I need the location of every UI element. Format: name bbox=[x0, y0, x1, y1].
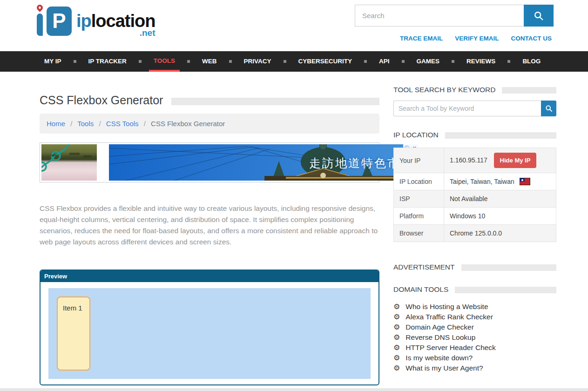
site-logo[interactable]: P iplocation .net bbox=[36, 4, 155, 37]
domain-tool-website-down[interactable]: ⚙ Is my website down? bbox=[393, 353, 556, 363]
logo-text-ip: ip bbox=[76, 11, 91, 31]
logo-letter-p: P bbox=[47, 7, 72, 36]
table-row-isp: ISP Not Available bbox=[394, 190, 556, 208]
preview-panel-body: Item 1 bbox=[41, 282, 378, 385]
title-decoration-bar bbox=[171, 98, 379, 105]
domain-tool-label: Alexa Traffic Rank Checker bbox=[406, 313, 493, 321]
location-pin-icon bbox=[35, 3, 44, 12]
logo-text-tld: .net bbox=[140, 28, 155, 38]
row-value: Not Available bbox=[444, 190, 556, 208]
nav-separator bbox=[74, 60, 76, 63]
flex-preview-item-1[interactable]: Item 1 bbox=[57, 297, 90, 371]
advertisement-heading: ADVERTISEMENT bbox=[393, 263, 556, 271]
gear-icon: ⚙ bbox=[393, 334, 400, 341]
gear-icon: ⚙ bbox=[393, 344, 400, 351]
nav-separator bbox=[229, 60, 232, 63]
header-search-input[interactable] bbox=[355, 5, 524, 27]
ad-left-image bbox=[41, 144, 97, 181]
preview-panel-header: Preview bbox=[41, 270, 378, 282]
gear-icon: ⚙ bbox=[393, 324, 400, 331]
ad-banner[interactable]: 走訪地道特色市集 ⓘ ✕ bbox=[40, 142, 379, 182]
tool-search-input[interactable] bbox=[393, 101, 541, 116]
logo-letter-i bbox=[37, 13, 43, 36]
domain-tool-who-is-hosting[interactable]: ⚙ Who is Hosting a Website bbox=[393, 302, 556, 312]
advertisement-heading-label: ADVERTISEMENT bbox=[393, 263, 455, 271]
taiwan-flag-icon bbox=[520, 178, 530, 185]
preview-panel: Preview Item 1 bbox=[40, 270, 379, 385]
header-search-button[interactable] bbox=[524, 5, 554, 27]
title-row: CSS Flexbox Generator bbox=[40, 94, 379, 107]
logo-text: iplocation .net bbox=[76, 11, 155, 31]
breadcrumb-home[interactable]: Home bbox=[47, 120, 65, 128]
row-value: Taipei, Taiwan, Taiwan bbox=[444, 173, 556, 190]
domain-tool-label: Is my website down? bbox=[406, 354, 473, 362]
header-search-form bbox=[355, 5, 554, 27]
row-value: Windows 10 bbox=[444, 208, 556, 225]
breadcrumb-separator: / bbox=[144, 120, 146, 128]
flag-sun bbox=[521, 179, 523, 181]
heading-decoration-bar bbox=[461, 264, 557, 271]
breadcrumb-separator: / bbox=[70, 120, 72, 128]
sidebar: TOOL SEARCH BY KEYWORD IP LOCATION Your … bbox=[393, 72, 556, 373]
logo-mark: P bbox=[36, 4, 74, 37]
trace-email-link[interactable]: TRACE EMAIL bbox=[400, 35, 443, 42]
breadcrumb-css-tools[interactable]: CSS Tools bbox=[106, 120, 139, 128]
gear-icon: ⚙ bbox=[393, 313, 400, 321]
domain-tool-http-header[interactable]: ⚙ HTTP Server Header Check bbox=[393, 343, 556, 353]
domain-tool-label: Reverse DNS Lookup bbox=[406, 333, 475, 342]
tool-search-heading-label: TOOL SEARCH BY KEYWORD bbox=[393, 86, 495, 94]
domain-tool-alexa-rank[interactable]: ⚙ Alexa Traffic Rank Checker bbox=[393, 312, 556, 322]
ip-location-heading-label: IP LOCATION bbox=[393, 131, 439, 139]
breadcrumb-tools[interactable]: Tools bbox=[77, 120, 94, 128]
tool-description: CSS Flexbox provides a flexible and intu… bbox=[40, 203, 379, 248]
flag-canton bbox=[520, 178, 525, 182]
row-label: Browser bbox=[394, 225, 444, 242]
row-label: Platform bbox=[394, 208, 444, 225]
contact-us-link[interactable]: CONTACT US bbox=[511, 35, 552, 42]
gear-icon: ⚙ bbox=[393, 354, 400, 362]
main-nav: MY IP IP TRACKER TOOLS WEB PRIVACY CYBER… bbox=[0, 51, 588, 72]
page-title: CSS Flexbox Generator bbox=[40, 94, 163, 107]
domain-tool-reverse-dns[interactable]: ⚙ Reverse DNS Lookup bbox=[393, 332, 556, 343]
domain-tool-label: What is my User Agent? bbox=[406, 364, 483, 372]
main-area: CSS Flexbox Generator Home / Tools / CSS… bbox=[0, 72, 588, 388]
row-value: Chrome 125.0.0.0 bbox=[444, 225, 556, 242]
nav-item-privacy[interactable]: PRIVACY bbox=[239, 51, 276, 72]
breadcrumb-current: CSS Flexbox Generator bbox=[151, 120, 225, 128]
nav-item-cybersecurity[interactable]: CYBERSECURITY bbox=[294, 51, 357, 72]
nav-item-ip-tracker[interactable]: IP TRACKER bbox=[84, 51, 131, 72]
nav-separator bbox=[402, 60, 405, 63]
breadcrumb: Home / Tools / CSS Tools / CSS Flexbox G… bbox=[40, 114, 379, 134]
nav-separator bbox=[139, 60, 142, 63]
search-icon bbox=[534, 11, 544, 21]
nav-separator bbox=[187, 60, 190, 63]
site-header: P iplocation .net TRACE EMAIL VERIFY EMA… bbox=[0, 0, 588, 51]
heading-decoration-bar bbox=[502, 87, 556, 94]
verify-email-link[interactable]: VERIFY EMAIL bbox=[455, 35, 499, 42]
nav-item-my-ip[interactable]: MY IP bbox=[40, 51, 66, 72]
nav-item-games[interactable]: GAMES bbox=[412, 51, 445, 72]
your-ip-value: 1.160.95.117 bbox=[450, 156, 487, 164]
nav-item-blog[interactable]: BLOG bbox=[518, 51, 545, 72]
domain-tools-list: ⚙ Who is Hosting a Website ⚙ Alexa Traff… bbox=[393, 302, 556, 373]
footer-strip bbox=[0, 388, 588, 391]
ip-location-value: Taipei, Taiwan, Taiwan bbox=[450, 178, 514, 185]
nav-item-reviews[interactable]: REVIEWS bbox=[462, 51, 500, 72]
search-icon bbox=[545, 105, 553, 112]
nav-item-tools[interactable]: TOOLS bbox=[149, 51, 180, 72]
nav-separator bbox=[507, 60, 510, 63]
domain-tool-domain-age[interactable]: ⚙ Domain Age Checker bbox=[393, 322, 556, 332]
row-label: IP Location bbox=[394, 173, 444, 190]
ip-location-heading: IP LOCATION bbox=[393, 131, 556, 139]
hide-my-ip-button[interactable]: Hide My IP bbox=[494, 153, 537, 168]
row-label: ISP bbox=[394, 190, 444, 208]
domain-tool-user-agent[interactable]: ⚙ What is my User Agent? bbox=[393, 363, 556, 373]
domain-tools-heading-label: DOMAIN TOOLS bbox=[393, 285, 448, 294]
nav-separator bbox=[452, 60, 454, 63]
domain-tool-label: Who is Hosting a Website bbox=[406, 303, 488, 311]
ad-main-image: 走訪地道特色市集 ⓘ ✕ bbox=[109, 144, 418, 181]
nav-item-web[interactable]: WEB bbox=[197, 51, 222, 72]
nav-item-api[interactable]: API bbox=[374, 51, 394, 72]
tool-search-button[interactable] bbox=[541, 101, 556, 116]
table-row-platform: Platform Windows 10 bbox=[394, 208, 556, 225]
